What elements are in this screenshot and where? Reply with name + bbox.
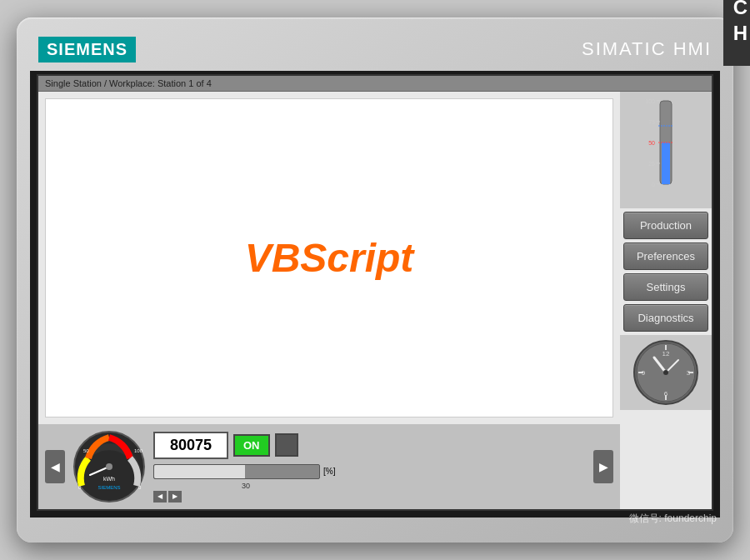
siemens-brand-text: SIEMENS bbox=[47, 40, 128, 58]
screen-title: Single Station / Workplace: Station 1 of… bbox=[45, 78, 212, 88]
slider-row: 30 [%] ◀ ▶ bbox=[153, 464, 587, 502]
svg-point-35 bbox=[663, 370, 668, 375]
svg-text:12: 12 bbox=[662, 350, 670, 358]
thermometer-svg: 100 75 50 25 0 bbox=[645, 97, 687, 205]
device-frame: SIEMENS SIMATIC HMI Single Station / Wor… bbox=[17, 18, 733, 542]
screen-area: Single Station / Workplace: Station 1 of… bbox=[30, 71, 720, 518]
slider-value-marker: 30 bbox=[242, 482, 250, 490]
svg-text:75: 75 bbox=[648, 119, 655, 125]
settings-button[interactable]: Settings bbox=[623, 273, 708, 301]
slider-decrease-btn[interactable]: ◀ bbox=[153, 491, 167, 502]
right-panel: 100 75 50 25 0 bbox=[620, 92, 712, 509]
screen-content: VBScript ◀ bbox=[38, 92, 712, 509]
clock-area: 12 3 6 9 bbox=[620, 335, 712, 410]
svg-text:0: 0 bbox=[652, 182, 655, 188]
right-nav-arrow[interactable]: ▶ bbox=[593, 450, 613, 483]
svg-text:SIEMENS: SIEMENS bbox=[98, 485, 120, 490]
slider-controls: ◀ ▶ bbox=[153, 491, 587, 502]
production-button[interactable]: Production bbox=[623, 212, 708, 239]
svg-rect-10 bbox=[662, 142, 670, 184]
svg-text:100: 100 bbox=[134, 448, 143, 453]
touch-label: TOUCH bbox=[723, 0, 750, 66]
device-top-bar: SIEMENS SIMATIC HMI bbox=[30, 28, 720, 71]
left-nav-arrow[interactable]: ◀ bbox=[45, 450, 65, 483]
slider-track[interactable]: 30 bbox=[153, 464, 320, 479]
hmi-screen: Single Station / Workplace: Station 1 of… bbox=[37, 74, 713, 511]
value-row: 80075 ON bbox=[153, 432, 587, 459]
vbscript-panel: VBScript bbox=[45, 98, 613, 418]
simatic-title: SIMATIC HMI bbox=[582, 38, 712, 60]
toggle-switch[interactable] bbox=[275, 433, 298, 457]
svg-text:25: 25 bbox=[648, 161, 655, 167]
preferences-button[interactable]: Preferences bbox=[623, 242, 708, 270]
watermark: 微信号: founderchip bbox=[629, 512, 717, 526]
buttons-area: Production Preferences Settings Diagnost… bbox=[620, 208, 712, 335]
slider-fill bbox=[154, 465, 245, 478]
siemens-logo: SIEMENS bbox=[38, 37, 136, 62]
svg-text:6: 6 bbox=[664, 390, 668, 398]
svg-text:100: 100 bbox=[645, 98, 655, 104]
center-controls: 80075 ON 30 [%] bbox=[153, 432, 587, 502]
screen-title-bar: Single Station / Workplace: Station 1 of… bbox=[38, 76, 712, 92]
slider-increase-btn[interactable]: ▶ bbox=[168, 491, 182, 502]
bottom-controls: ◀ bbox=[38, 424, 620, 509]
gauge-svg: 0 50 100 0 kWh SIEMENS bbox=[72, 429, 147, 504]
value-display[interactable]: 80075 bbox=[153, 432, 228, 459]
svg-text:50: 50 bbox=[83, 448, 89, 453]
svg-text:0: 0 bbox=[138, 485, 142, 490]
svg-point-2 bbox=[106, 463, 112, 470]
vbscript-text: VBScript bbox=[245, 235, 414, 281]
on-button[interactable]: ON bbox=[233, 434, 270, 457]
diagnostics-button[interactable]: Diagnostics bbox=[623, 304, 708, 332]
gauge-container: 0 50 100 0 kWh SIEMENS bbox=[72, 429, 147, 504]
svg-text:3: 3 bbox=[687, 369, 691, 377]
thermometer-area: 100 75 50 25 0 bbox=[620, 92, 712, 208]
svg-text:9: 9 bbox=[642, 369, 646, 377]
svg-text:kWh: kWh bbox=[103, 476, 115, 482]
svg-text:50: 50 bbox=[648, 140, 655, 146]
slider-unit: [%] bbox=[323, 467, 335, 476]
main-display-area: VBScript ◀ bbox=[38, 92, 620, 509]
clock-svg: 12 3 6 9 bbox=[632, 339, 699, 406]
